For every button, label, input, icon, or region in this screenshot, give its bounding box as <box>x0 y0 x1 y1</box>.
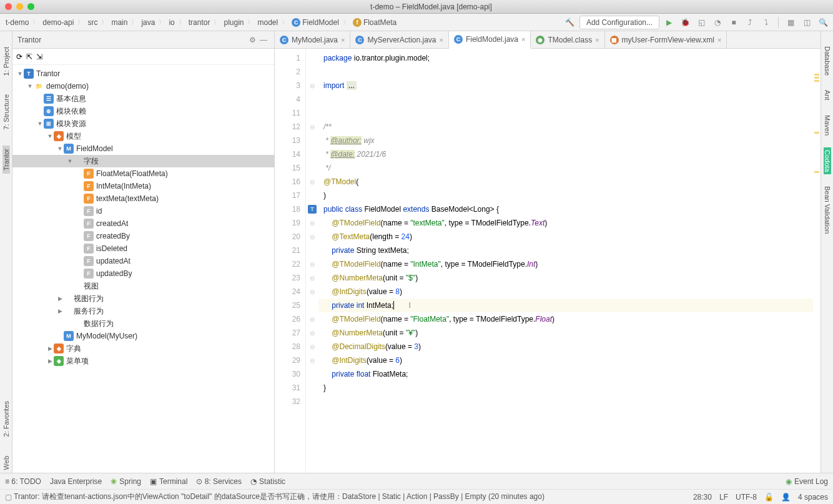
tree-node[interactable]: FupdatedAt <box>12 255 274 267</box>
close-tab-icon[interactable]: × <box>521 36 525 43</box>
breadcrumb-item[interactable]: io <box>166 17 177 28</box>
error-stripe[interactable] <box>813 49 821 473</box>
tree-node[interactable]: ▼📁demo(demo) <box>12 80 274 92</box>
editor-tab[interactable]: ▦myUser-FormView-view.xml× <box>605 31 727 48</box>
stop-icon[interactable]: ■ <box>727 16 741 29</box>
terminal-button[interactable]: ▣Terminal <box>150 477 187 486</box>
layout-icon[interactable]: ◫ <box>800 16 814 29</box>
lock-icon[interactable]: 🔓 <box>764 493 774 502</box>
editor-tabs: CMyModel.java×CMyServerAction.java×CFiel… <box>275 31 821 49</box>
status-encoding[interactable]: UTF-8 <box>736 493 757 502</box>
breadcrumb-item[interactable]: java <box>139 17 157 28</box>
tree-node[interactable]: ▼◈模型 <box>12 130 274 142</box>
tree-node[interactable]: FcreatedBy <box>12 230 274 242</box>
breadcrumb-item[interactable]: model <box>255 17 280 28</box>
tree-node[interactable]: ⊕模块依赖 <box>12 105 274 117</box>
minimize-icon[interactable] <box>16 3 23 10</box>
tree-node[interactable]: 数据行为 <box>12 317 274 330</box>
zoom-icon[interactable] <box>27 3 34 10</box>
rail-bean-validation[interactable]: Bean Validation <box>824 184 831 236</box>
rail-database[interactable]: Database <box>824 44 831 78</box>
breadcrumb-item[interactable]: src <box>85 17 100 28</box>
tree-view[interactable]: ▼TTrantor▼📁demo(demo)☰基本信息⊕模块依赖▼⊞模块资源▼◈模… <box>12 65 274 473</box>
tree-node[interactable]: ▶◈字典 <box>12 342 274 355</box>
vcs-icon[interactable]: ⤴ <box>743 16 757 29</box>
tree-node[interactable]: ▼字段 <box>12 155 274 167</box>
debug-icon[interactable]: 🐞 <box>678 16 692 29</box>
gear-icon[interactable]: ⚙ <box>247 34 258 46</box>
breadcrumb-item[interactable]: trantor <box>186 17 213 28</box>
layout-icon[interactable]: ▦ <box>784 16 797 29</box>
spring-button[interactable]: ❀Spring <box>111 477 141 486</box>
tree-node[interactable]: FFloatMeta(FloatMeta) <box>12 167 274 180</box>
close-tab-icon[interactable]: × <box>341 36 345 44</box>
tree-node[interactable]: ▶◈菜单项 <box>12 355 274 367</box>
rail-project[interactable]: 1: Project <box>2 44 10 79</box>
editor-tab[interactable]: ◉TModel.class× <box>531 31 604 48</box>
services-button[interactable]: ⊙ 8: Services <box>196 477 242 486</box>
close-tab-icon[interactable]: × <box>440 36 443 44</box>
rail-favorites[interactable]: 2: Favorites <box>2 398 10 440</box>
tool-window-trantor: Trantor ⚙ — ⟳ ⇱ ⇲ ▼TTrantor▼📁demo(demo)☰… <box>12 31 275 473</box>
close-tab-icon[interactable]: × <box>717 36 721 44</box>
breadcrumb-item[interactable]: main <box>109 17 130 28</box>
gutter-marks: ⊖⊖⊖T⊖⊖⊖⊖⊖⊖⊖⊖⊖ <box>306 49 318 473</box>
coverage-icon[interactable]: ◱ <box>694 16 708 29</box>
tree-node[interactable]: ☰基本信息 <box>12 92 274 105</box>
profile-icon[interactable]: ◔ <box>711 16 724 29</box>
rail-trantor[interactable]: Trantor <box>2 146 10 174</box>
statistic-button[interactable]: ◔Statistic <box>250 477 285 486</box>
tree-node[interactable]: ▶视图行为 <box>12 292 274 305</box>
rail-web[interactable]: Web <box>2 453 10 473</box>
tool-window-toolbar: ⟳ ⇱ ⇲ <box>12 49 274 65</box>
line-numbers: 1234111213141516171819202122232425262728… <box>275 49 306 473</box>
java-ee-button[interactable]: Java Enterprise <box>50 477 102 486</box>
editor-tab[interactable]: CMyModel.java× <box>275 31 350 48</box>
rail-maven[interactable]: Maven <box>824 112 831 138</box>
tree-node[interactable]: ▼MFieldModel <box>12 142 274 155</box>
tree-node[interactable]: 视图 <box>12 280 274 292</box>
close-icon[interactable] <box>5 3 12 10</box>
collapse-icon[interactable]: ⇲ <box>36 52 42 61</box>
expand-icon[interactable]: ⇱ <box>26 52 32 61</box>
rail-ant[interactable]: Ant <box>824 87 831 103</box>
code-content[interactable]: package io.trantor.plugin.model;import .… <box>318 49 813 473</box>
breadcrumb-item[interactable]: demo-api <box>40 17 76 28</box>
tree-node[interactable]: FcreatedAt <box>12 217 274 230</box>
breadcrumb-item[interactable]: plugin <box>221 17 246 28</box>
tree-node[interactable]: ▼TTrantor <box>12 67 274 80</box>
tree-node[interactable]: FtextMeta(textMeta) <box>12 192 274 205</box>
breadcrumb-item[interactable]: CFieldModel <box>289 17 342 28</box>
tree-node[interactable]: Fid <box>12 205 274 217</box>
breadcrumb-item[interactable]: fFloatMeta <box>350 17 399 28</box>
event-log-button[interactable]: ◉Event Log <box>786 477 828 486</box>
tree-node[interactable]: FupdatedBy <box>12 267 274 280</box>
inspector-icon[interactable]: 👤 <box>781 493 791 502</box>
status-cursor-pos[interactable]: 28:30 <box>693 493 712 502</box>
tree-node[interactable]: FisDeleted <box>12 242 274 255</box>
rail-codota[interactable]: Codota <box>824 147 831 174</box>
hammer-icon[interactable]: 🔨 <box>563 16 577 29</box>
tree-node[interactable]: FIntMeta(IntMeta) <box>12 180 274 192</box>
vcs-icon[interactable]: ⤵ <box>759 16 773 29</box>
rail-structure[interactable]: 7: Structure <box>2 91 10 133</box>
search-icon[interactable]: 🔍 <box>816 16 830 29</box>
breadcrumb-item[interactable]: t-demo <box>3 17 31 28</box>
tree-node[interactable]: ▼⊞模块资源 <box>12 117 274 130</box>
run-config-select[interactable]: Add Configuration... <box>579 16 659 29</box>
window-title: t-demo – FieldModel.java [demo-api] <box>34 2 828 11</box>
tree-node[interactable]: ▶服务行为 <box>12 305 274 317</box>
run-icon[interactable]: ▶ <box>662 16 676 29</box>
code-editor[interactable]: 1234111213141516171819202122232425262728… <box>275 49 821 473</box>
refresh-icon[interactable]: ⟳ <box>16 52 22 61</box>
todo-button[interactable]: ≡ 6: TODO <box>5 477 41 486</box>
status-line-sep[interactable]: LF <box>719 493 728 502</box>
editor-tab[interactable]: CFieldModel.java× <box>449 31 531 49</box>
hide-icon[interactable]: — <box>258 34 269 46</box>
close-tab-icon[interactable]: × <box>595 36 599 44</box>
status-icon[interactable]: ▢ <box>5 493 14 502</box>
tree-node[interactable]: MMyModel(MyUser) <box>12 330 274 342</box>
breadcrumb-bar: t-demo〉demo-api〉src〉main〉java〉io〉trantor… <box>0 14 833 31</box>
status-indent[interactable]: 4 spaces <box>798 493 828 502</box>
editor-tab[interactable]: CMyServerAction.java× <box>350 31 448 48</box>
